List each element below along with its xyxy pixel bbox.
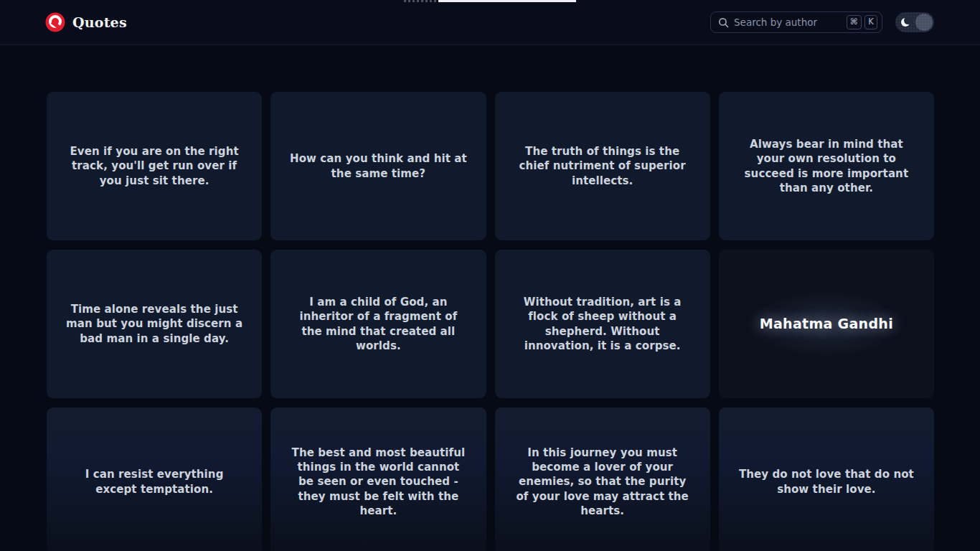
quote-text: In this journey you must become a lover …: [514, 446, 692, 519]
quote-card-author[interactable]: Mahatma Gandhi: [719, 250, 934, 398]
quote-card[interactable]: The best and most beautiful things in th…: [270, 408, 486, 551]
top-loading-bar-segment-dashed: [404, 0, 438, 2]
quote-text: Even if you are on the right track, you'…: [65, 144, 243, 188]
quotes-logo-icon: [44, 11, 66, 33]
command-key-icon: ⌘: [847, 15, 862, 29]
quote-card[interactable]: Even if you are on the right track, you'…: [47, 92, 262, 240]
author-name: Mahatma Gandhi: [760, 315, 893, 334]
search-icon: [718, 17, 729, 28]
quote-text: I can resist everything except temptatio…: [65, 467, 243, 496]
quote-text: How can you think and hit at the same ti…: [289, 151, 467, 181]
quote-card[interactable]: Time alone reveals the just man but you …: [47, 250, 262, 398]
quotes-grid: Even if you are on the right track, you'…: [47, 92, 934, 551]
quote-text: The truth of things is the chief nutrime…: [514, 144, 692, 188]
quote-text: The best and most beautiful things in th…: [289, 446, 467, 519]
search-input[interactable]: [734, 17, 842, 28]
quote-text: Always bear in mind that your own resolu…: [738, 137, 915, 196]
moon-icon: [900, 17, 912, 28]
quote-card[interactable]: The truth of things is the chief nutrime…: [495, 92, 710, 240]
quote-card[interactable]: They do not love that do not show their …: [719, 408, 934, 551]
search-box[interactable]: ⌘ K: [710, 11, 882, 33]
theme-toggle[interactable]: [895, 12, 934, 32]
quote-text: They do not love that do not show their …: [738, 467, 915, 496]
k-key: K: [864, 15, 877, 29]
quote-card[interactable]: Always bear in mind that your own resolu…: [719, 92, 934, 240]
app-header: Quotes ⌘ K: [0, 0, 980, 45]
top-loading-bar-segment-light: [438, 0, 576, 2]
toggle-knob[interactable]: [915, 14, 933, 31]
quote-card[interactable]: I am a child of God, an inheritor of a f…: [270, 250, 486, 398]
quote-card[interactable]: I can resist everything except temptatio…: [47, 408, 262, 551]
quote-card[interactable]: Without tradition, art is a flock of she…: [495, 250, 710, 398]
search-shortcut: ⌘ K: [847, 15, 878, 29]
quote-text: Time alone reveals the just man but you …: [65, 302, 243, 346]
quote-card[interactable]: In this journey you must become a lover …: [495, 408, 710, 551]
app-title: Quotes: [72, 14, 127, 30]
quote-text: Without tradition, art is a flock of she…: [514, 295, 692, 354]
quote-card[interactable]: How can you think and hit at the same ti…: [270, 92, 486, 240]
quote-text: I am a child of God, an inheritor of a f…: [289, 295, 467, 354]
app-logo[interactable]: Quotes: [44, 11, 127, 33]
